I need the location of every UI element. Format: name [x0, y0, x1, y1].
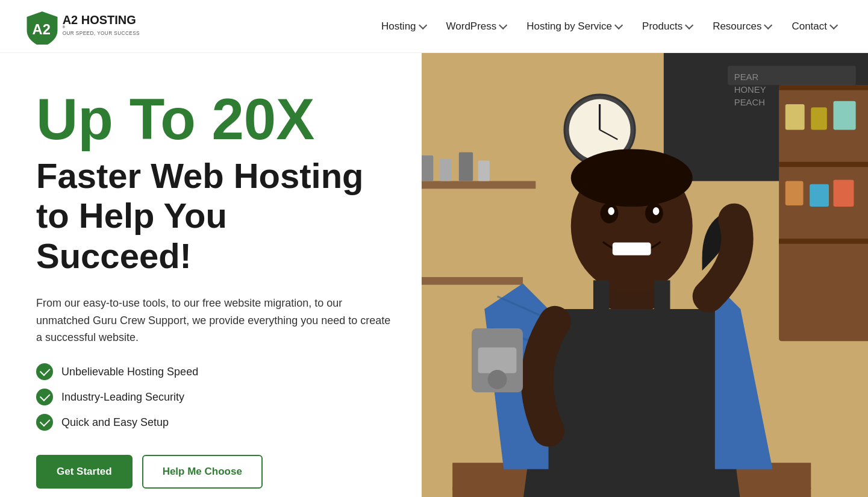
nav-links: Hosting WordPress Hosting by Service Pro… [373, 16, 844, 37]
nav-wordpress[interactable]: WordPress [438, 16, 514, 37]
svg-text:A2 HOSTING: A2 HOSTING [63, 13, 136, 26]
svg-text:PEAR: PEAR [734, 72, 759, 82]
svg-point-50 [571, 149, 693, 207]
svg-rect-51 [593, 280, 610, 312]
chevron-down-icon [614, 20, 623, 29]
svg-rect-15 [811, 107, 827, 130]
svg-text:OUR SPEED, YOUR SUCCESS: OUR SPEED, YOUR SUCCESS [63, 31, 140, 36]
get-started-button[interactable]: Get Started [36, 455, 133, 489]
svg-rect-27 [440, 158, 451, 181]
svg-text:®: ® [63, 25, 65, 29]
navbar: A2 A2 HOSTING ® OUR SPEED, YOUR SUCCESS … [0, 0, 868, 53]
svg-rect-16 [833, 101, 855, 130]
svg-rect-25 [422, 277, 523, 285]
hero-content: Up To 20X Faster Web Hostingto Help YouS… [0, 53, 422, 497]
feature-item-speed: Unbelievable Hosting Speed [36, 363, 392, 380]
svg-rect-18 [810, 184, 829, 207]
nav-resources[interactable]: Resources [704, 16, 778, 37]
chevron-down-icon [764, 20, 772, 29]
nav-hosting[interactable]: Hosting [373, 16, 433, 37]
nav-products[interactable]: Products [634, 16, 699, 37]
hero-section: Up To 20X Faster Web Hostingto Help YouS… [0, 53, 868, 497]
chevron-down-icon [419, 20, 427, 29]
svg-text:A2: A2 [33, 22, 51, 37]
svg-rect-12 [779, 162, 868, 167]
hero-headline-dark: Faster Web Hostingto Help YouSucceed! [36, 156, 392, 277]
hero-image: PEAR HONEY PEACH [422, 53, 868, 497]
check-icon [36, 389, 53, 405]
svg-rect-13 [779, 239, 868, 244]
svg-rect-28 [459, 152, 473, 181]
svg-rect-26 [422, 155, 433, 181]
hero-buttons: Get Started Help Me Choose [36, 455, 392, 489]
svg-rect-24 [422, 181, 535, 189]
check-icon [36, 414, 53, 431]
feature-item-setup: Quick and Easy Setup [36, 414, 392, 431]
svg-text:HONEY: HONEY [734, 85, 766, 95]
chevron-down-icon [829, 20, 838, 29]
svg-rect-29 [478, 161, 490, 181]
svg-rect-17 [785, 181, 804, 205]
svg-rect-52 [654, 280, 670, 312]
help-me-choose-button[interactable]: Help Me Choose [142, 455, 263, 489]
svg-rect-45 [613, 243, 651, 255]
feature-list: Unbelievable Hosting Speed Industry-Lead… [36, 363, 392, 431]
chevron-down-icon [685, 20, 693, 29]
hero-headline-green: Up To 20X [36, 89, 392, 150]
feature-item-security: Industry-Leading Security [36, 389, 392, 405]
check-icon [36, 363, 53, 380]
svg-rect-14 [785, 104, 805, 130]
svg-point-48 [608, 207, 614, 215]
svg-rect-54 [478, 348, 517, 374]
svg-text:PEACH: PEACH [734, 98, 765, 107]
nav-contact[interactable]: Contact [783, 16, 844, 37]
logo[interactable]: A2 A2 HOSTING ® OUR SPEED, YOUR SUCCESS [24, 8, 145, 45]
svg-point-55 [488, 370, 507, 389]
nav-hosting-by-service[interactable]: Hosting by Service [518, 16, 629, 37]
chevron-down-icon [499, 20, 507, 29]
svg-point-49 [653, 207, 660, 215]
svg-rect-11 [779, 85, 868, 90]
svg-rect-19 [833, 180, 854, 207]
hero-background: PEAR HONEY PEACH [422, 53, 868, 497]
hero-description: From our easy-to-use tools, to our free … [36, 295, 392, 346]
